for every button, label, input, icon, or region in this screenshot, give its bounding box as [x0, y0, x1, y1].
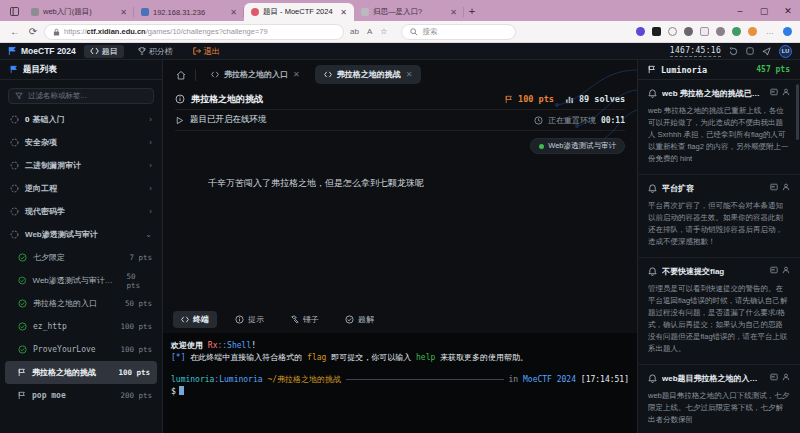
copilot-icon[interactable] [783, 27, 792, 36]
chevron-right-icon: › [149, 184, 152, 193]
maximize-button[interactable]: ▢ [752, 0, 776, 21]
challenge-item[interactable]: 七夕限定 7 pts [0, 246, 162, 269]
app-header: MoeCTF 2024 题目 积分榜 退出 1467:45:16 LU [0, 43, 800, 60]
panel-tabbar: 终端 提示 锤子 题解 [163, 306, 637, 333]
nav-scoreboard[interactable]: 积分榜 [132, 45, 179, 58]
home-icon[interactable] [173, 67, 189, 83]
category-web[interactable]: Web渗透测试与审计 ⌄ [0, 223, 162, 246]
browser-tab[interactable]: web入门(题目) ✕ [24, 3, 134, 21]
browser-chrome: web入门(题目) ✕ 192.168.31.236 ✕ 题目 - MoeCTF… [0, 0, 800, 43]
history-icon[interactable] [729, 47, 738, 56]
challenge-item[interactable]: Web渗透测试与审计入门指... 50 pts [0, 269, 162, 292]
terminal-input-line[interactable]: $ [171, 386, 629, 398]
extension-icon[interactable] [748, 27, 757, 36]
divider [195, 69, 196, 81]
environment-status: 题目已开启在线环境 [190, 114, 267, 126]
challenge-item[interactable]: ProveYourLove 100 pts [0, 338, 162, 361]
category-misc[interactable]: 安全杂项 › [0, 131, 162, 154]
search-box[interactable]: 搜索 [401, 24, 516, 40]
environment-row[interactable]: 题目已开启在线环境 正在重置环境 00:11 [175, 110, 625, 131]
bell-icon [648, 267, 657, 276]
tab-hammer[interactable]: 锤子 [282, 311, 327, 328]
announcement[interactable]: web 弗拉格之地的挑战已重新上线 web 弗拉格之地的挑战已重新上线，各位可以… [638, 80, 800, 175]
reader-icon[interactable]: ab [348, 27, 361, 36]
announcement[interactable]: 平台扩容 平台再次扩容了，但可能不会对本条通知以前启动的容器生效。如果你的容器此… [638, 175, 800, 258]
open-challenge-tab[interactable]: 弗拉格之地的入口 ✕ [202, 65, 309, 84]
bar-chart-icon [565, 95, 574, 104]
address-bar[interactable]: https://ctf.xidian.edu.cn/games/10/chall… [44, 24, 344, 40]
chevron-down-icon: ⌄ [145, 230, 152, 239]
back-icon[interactable]: ← [8, 26, 22, 37]
flag-icon [18, 391, 26, 400]
environment-timer: 00:11 [601, 116, 625, 125]
tab-close-icon[interactable]: ✕ [340, 8, 347, 17]
nav-challenges[interactable]: 题目 [84, 45, 124, 58]
tab-writeup[interactable]: 题解 [337, 311, 382, 328]
scrollbar[interactable] [796, 84, 799, 140]
browser-tab-title: 192.168.31.236 [153, 8, 226, 17]
chevron-right-icon: › [149, 207, 152, 216]
challenge-item[interactable]: ez_http 100 pts [0, 315, 162, 338]
announcement[interactable]: web题目弗拉格之地的入口下线测… web题目弗拉格之地的入口下线测试，七夕限定… [638, 365, 800, 433]
brand[interactable]: MoeCTF 2024 [8, 46, 76, 56]
tag-row: Web渗透测试与审计 [175, 131, 625, 161]
game-countdown: 1467:45:16 [670, 46, 721, 57]
minimize-button[interactable]: – [728, 0, 752, 21]
challenge-item[interactable]: 弗拉格之地的入口 50 pts [0, 292, 162, 315]
browser-tab[interactable]: 归思—是入口? ✕ [354, 3, 464, 21]
avatar[interactable]: LU [779, 45, 792, 58]
challenge-title-row: 弗拉格之地的挑战 100 pts 89 solves [175, 89, 625, 110]
extension-icon[interactable] [652, 27, 661, 36]
plane-icon[interactable] [762, 47, 771, 56]
announcement[interactable]: 不要快速提交flag 管理员是可以看到快速提交的警告的。在平台返回flag错误的… [638, 258, 800, 365]
terminal[interactable]: 欢迎使用 Rx::Shell! [*] 在此终端中直接输入符合格式的 flag … [163, 333, 637, 433]
more-menu-icon[interactable]: … [764, 27, 776, 36]
tab-close-icon[interactable]: ✕ [230, 8, 237, 17]
category-reverse[interactable]: 逆向工程 › [0, 177, 162, 200]
flag-icon [505, 95, 513, 104]
category-basics[interactable]: 0 基础入门 › [0, 108, 162, 131]
challenge-title: 弗拉格之地的挑战 [191, 93, 263, 106]
challenge-item-selected[interactable]: 弗拉格之地的挑战 100 pts [5, 361, 157, 384]
open-challenge-tab-active[interactable]: 弗拉格之地的挑战 ✕ [315, 65, 422, 84]
close-icon[interactable]: ✕ [406, 70, 413, 79]
close-window-button[interactable]: ✕ [776, 0, 800, 21]
favorites-icon[interactable] [716, 27, 725, 36]
category-icon [10, 161, 19, 170]
tab-hints[interactable]: 提示 [227, 311, 272, 328]
hammer-icon [290, 315, 299, 324]
author-icon [782, 183, 790, 191]
theme-icon[interactable] [746, 47, 754, 55]
nav-logout[interactable]: 退出 [187, 45, 226, 58]
category-tag[interactable]: Web渗透测试与审计 [530, 138, 625, 154]
flag-icon [648, 65, 656, 74]
tab-actions-icon[interactable] [6, 3, 22, 19]
filter-input[interactable]: 过滤名称或标签... [8, 88, 154, 104]
favorite-star-icon[interactable]: ☆ [378, 27, 389, 36]
challenge-item[interactable]: pop moe 200 pts [0, 384, 162, 407]
chevron-right-icon: › [149, 115, 152, 124]
read-aloud-icon[interactable]: A [365, 27, 374, 36]
browser-tab[interactable]: 192.168.31.236 ✕ [134, 3, 244, 21]
extension-icon[interactable] [668, 27, 677, 36]
browser-tab-active[interactable]: 题目 - MoeCTF 2024 ✕ [244, 3, 354, 21]
challenge-points: 100 pts [518, 94, 554, 104]
category-icon [10, 230, 19, 239]
check-circle-icon [345, 315, 354, 324]
tab-close-icon[interactable]: ✕ [120, 8, 127, 17]
refresh-icon[interactable]: ⟳ [26, 26, 40, 37]
flag-icon [10, 65, 18, 74]
browser-tab-title: 题目 - MoeCTF 2024 [263, 7, 336, 17]
extension-icon[interactable] [636, 27, 645, 36]
tab-terminal[interactable]: 终端 [173, 311, 217, 328]
category-pwn[interactable]: 二进制漏洞审计 › [0, 154, 162, 177]
tab-close-icon[interactable]: ✕ [450, 8, 457, 17]
extensions-row: … [636, 27, 792, 36]
category-crypto[interactable]: 现代密码学 › [0, 200, 162, 223]
extension-icon[interactable] [732, 27, 741, 36]
new-tab-button[interactable]: + [464, 3, 480, 19]
extension-icon[interactable] [684, 27, 693, 36]
close-icon[interactable]: ✕ [293, 70, 300, 79]
split-screen-icon[interactable] [700, 27, 709, 36]
environment-timer-label: 正在重置环境 [548, 115, 596, 126]
